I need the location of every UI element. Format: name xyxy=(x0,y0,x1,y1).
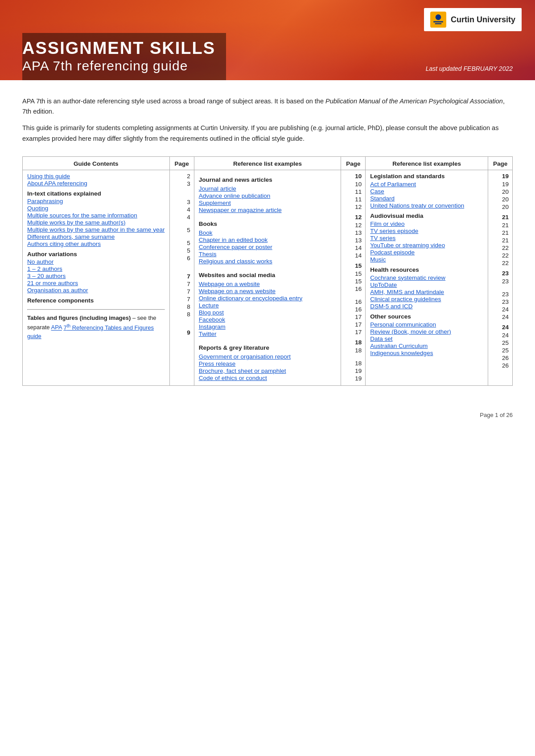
toc-item-case: Case xyxy=(370,188,483,195)
toc-item-advance: Advance online publication xyxy=(199,192,337,199)
toc-item-conference: Conference paper or poster xyxy=(199,244,337,250)
toc-item-paraphrasing: Paraphrasing xyxy=(27,198,165,204)
toc-item-film: Film or video xyxy=(370,221,483,227)
toc-item-book: Book xyxy=(199,229,337,236)
toc-item-1-2-authors: 1 – 2 authors xyxy=(27,266,165,272)
toc-link-apa[interactable]: APA xyxy=(51,324,62,331)
toc-link-multiple-works-authors[interactable]: Multiple works by the same author(s) xyxy=(27,219,165,226)
toc-link-thesis[interactable]: Thesis xyxy=(199,251,337,257)
toc-link-film[interactable]: Film or video xyxy=(370,221,483,227)
toc-link-code-ethics[interactable]: Code of ethics or conduct xyxy=(199,375,337,381)
toc-link-act[interactable]: Act of Parliament xyxy=(370,181,483,188)
toc-link-case[interactable]: Case xyxy=(370,188,483,195)
toc-item-twitter: Twitter xyxy=(199,331,337,337)
toc-link-tables-figures[interactable]: 7th Referencing Tables and Figures guide xyxy=(27,324,154,340)
toc-item-act: Act of Parliament xyxy=(370,181,483,188)
toc-col1-header: Guide Contents xyxy=(23,156,170,170)
page-header: Curtin University ASSIGNMENT SKILLS APA … xyxy=(0,0,535,80)
toc-special-note: Tables and figures (including images) – … xyxy=(27,314,165,341)
toc-link-brochure[interactable]: Brochure, fact sheet or pamphlet xyxy=(199,368,337,374)
toc-item-uptodate: UpToDate xyxy=(370,282,483,288)
toc-link-supplement[interactable]: Supplement xyxy=(199,200,337,206)
toc-section-reports: Reports & grey literature xyxy=(199,344,269,351)
toc-col2-pages: 2 3 3 4 4 5 5 5 6 7 7 7 7 8 8 9 xyxy=(169,170,194,385)
toc-link-conference[interactable]: Conference paper or poster xyxy=(199,244,337,250)
toc-link-twitter[interactable]: Twitter xyxy=(199,331,337,337)
intro-para-2: This guide is primarily for students com… xyxy=(22,123,513,143)
toc-link-tv-series[interactable]: TV series xyxy=(370,235,483,241)
svg-rect-3 xyxy=(435,23,441,24)
toc-link-un-treaty[interactable]: United Nations treaty or convention xyxy=(370,202,483,209)
toc-link-chapter[interactable]: Chapter in an edited book xyxy=(199,237,337,243)
toc-item-review: Review (Book, movie or other) xyxy=(370,328,483,335)
toc-link-about[interactable]: About APA referencing xyxy=(27,180,165,187)
toc-link-amh[interactable]: AMH, MIMS and Martindale xyxy=(370,289,483,295)
toc-link-diff-authors[interactable]: Different authors, same surname xyxy=(27,233,165,240)
toc-item-multiple-sources: Multiple sources for the same informatio… xyxy=(27,212,165,219)
toc-item-cochrane: Cochrane systematic review xyxy=(370,274,483,281)
toc-item-multiple-works-year: Multiple works by the same author in the… xyxy=(27,226,165,233)
toc-link-dataset[interactable]: Data set xyxy=(370,335,483,342)
toc-item-lecture: Lecture xyxy=(199,302,337,309)
toc-item-blog: Blog post xyxy=(199,309,337,316)
toc-link-podcast[interactable]: Podcast episode xyxy=(370,249,483,256)
toc-link-21-authors[interactable]: 21 or more authors xyxy=(27,280,165,286)
toc-item-org-author: Organisation as author xyxy=(27,287,165,294)
toc-item-tv-series: TV series xyxy=(370,235,483,241)
toc-link-curriculum[interactable]: Australian Curriculum xyxy=(370,343,483,349)
toc-link-webpage[interactable]: Webpage on a website xyxy=(199,281,337,287)
toc-link-indigenous[interactable]: Indigenous knowledges xyxy=(370,350,483,356)
toc-link-dsm[interactable]: DSM-5 and ICD xyxy=(370,303,483,310)
toc-link-review[interactable]: Review (Book, movie or other) xyxy=(370,328,483,335)
toc-section-websites: Websites and social media xyxy=(199,272,276,278)
toc-item-code-ethics: Code of ethics or conduct xyxy=(199,375,337,381)
toc-link-govt-report[interactable]: Government or organisation report xyxy=(199,353,337,360)
toc-item-amh: AMH, MIMS and Martindale xyxy=(370,289,483,295)
toc-link-lecture[interactable]: Lecture xyxy=(199,302,337,309)
toc-link-multiple-sources[interactable]: Multiple sources for the same informatio… xyxy=(27,212,165,219)
page-number: Page 1 of 26 xyxy=(480,412,513,418)
toc-link-personal[interactable]: Personal communication xyxy=(370,321,483,328)
toc-link-cpg[interactable]: Clinical practice guidelines xyxy=(370,296,483,302)
toc-item-cpg: Clinical practice guidelines xyxy=(370,296,483,302)
toc-link-newspaper[interactable]: Newspaper or magazine article xyxy=(199,207,337,213)
toc-link-citing-others[interactable]: Authors citing other authors xyxy=(27,241,165,247)
toc-link-no-author[interactable]: No author xyxy=(27,258,165,265)
toc-col3: Journal and news articles Journal articl… xyxy=(194,170,341,385)
toc-link-advance[interactable]: Advance online publication xyxy=(199,192,337,199)
toc-link-book[interactable]: Book xyxy=(199,229,337,236)
toc-link-cochrane[interactable]: Cochrane systematic review xyxy=(370,274,483,281)
toc-section-audiovisual: Audiovisual media xyxy=(370,212,423,219)
toc-section-health: Health resources xyxy=(370,266,419,273)
toc-link-paraphrasing[interactable]: Paraphrasing xyxy=(27,198,165,204)
toc-link-instagram[interactable]: Instagram xyxy=(199,323,337,330)
toc-link-press[interactable]: Press release xyxy=(199,360,337,367)
toc-divider xyxy=(27,309,165,310)
toc-item-thesis: Thesis xyxy=(199,251,337,257)
toc-link-journal[interactable]: Journal article xyxy=(199,185,337,192)
toc-link-blog[interactable]: Blog post xyxy=(199,309,337,316)
toc-item-podcast: Podcast episode xyxy=(370,249,483,256)
toc-link-dictionary[interactable]: Online dictionary or encyclopedia entry xyxy=(199,295,337,302)
toc-link-uptodate[interactable]: UpToDate xyxy=(370,282,483,288)
page-footer: Page 1 of 26 xyxy=(0,404,535,423)
toc-link-tv-episode[interactable]: TV series episode xyxy=(370,228,483,234)
toc-link-religious[interactable]: Religious and classic works xyxy=(199,258,337,265)
toc-link-music[interactable]: Music xyxy=(370,256,483,263)
toc-link-youtube[interactable]: YouTube or streaming video xyxy=(370,242,483,249)
toc-link-using[interactable]: Using this guide xyxy=(27,173,165,180)
header-updated: Last updated FEBRUARY 2022 xyxy=(426,65,513,80)
toc-link-3-20-authors[interactable]: 3 – 20 authors xyxy=(27,273,165,279)
toc-link-facebook[interactable]: Facebook xyxy=(199,316,337,323)
toc-col4-header: Page xyxy=(341,156,366,170)
toc-link-1-2-authors[interactable]: 1 – 2 authors xyxy=(27,266,165,272)
toc-link-multiple-works-year[interactable]: Multiple works by the same author in the… xyxy=(27,226,165,233)
toc-link-quoting[interactable]: Quoting xyxy=(27,205,165,212)
toc-col2-header: Page xyxy=(169,156,194,170)
toc-link-org-author[interactable]: Organisation as author xyxy=(27,287,165,294)
toc-item-un-treaty: United Nations treaty or convention xyxy=(370,202,483,209)
toc-item-instagram: Instagram xyxy=(199,323,337,330)
toc-link-webpage-news[interactable]: Webpage on a news website xyxy=(199,288,337,294)
toc-link-standard[interactable]: Standard xyxy=(370,195,483,202)
toc-item-21-authors: 21 or more authors xyxy=(27,280,165,286)
